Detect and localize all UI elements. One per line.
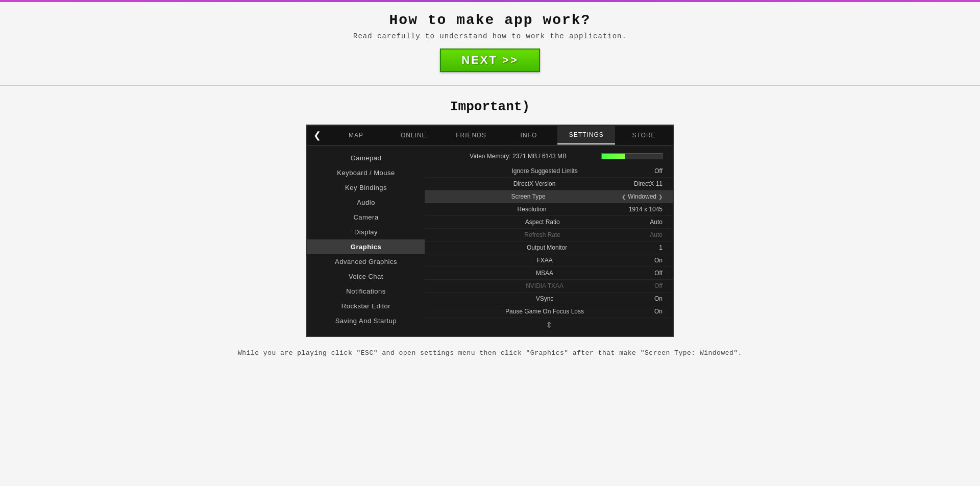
arrow-right-icon[interactable]: ❯ bbox=[658, 194, 663, 200]
vmem-label: Video Memory: 2371 MB / 6143 MB bbox=[435, 153, 601, 160]
sidebar-advanced-graphics[interactable]: Advanced Graphics bbox=[307, 254, 425, 269]
page-title: How to make app work? bbox=[0, 12, 980, 28]
nav-info[interactable]: INFO bbox=[500, 127, 557, 144]
nav-friends[interactable]: FRIENDS bbox=[443, 127, 500, 144]
content-section: Important) ❮ MAP ONLINE FRIENDS INFO SET… bbox=[0, 94, 980, 367]
settings-row-refresh-rate: Refresh Rate Auto bbox=[425, 229, 673, 241]
sidebar-rockstar-editor[interactable]: Rockstar Editor bbox=[307, 299, 425, 313]
settings-label-msaa: MSAA bbox=[435, 270, 654, 277]
settings-value-msaa: Off bbox=[654, 270, 663, 277]
nav-map[interactable]: MAP bbox=[327, 127, 385, 144]
sidebar-notifications[interactable]: Notifications bbox=[307, 284, 425, 299]
scroll-indicator: ⇕ bbox=[425, 318, 673, 332]
settings-value-ignore-limits: Off bbox=[654, 167, 663, 175]
nav-settings[interactable]: SETTINGS bbox=[557, 126, 615, 144]
game-content: Gamepad Keyboard / Mouse Key Bindings Au… bbox=[307, 145, 673, 336]
sidebar-graphics[interactable]: Graphics bbox=[307, 239, 425, 254]
settings-row-screen-type[interactable]: Screen Type ❮ Windowed ❯ bbox=[425, 190, 673, 203]
settings-value-aspect-ratio: Auto bbox=[650, 218, 663, 226]
vmem-bar-fill bbox=[602, 154, 625, 159]
game-sidebar: Gamepad Keyboard / Mouse Key Bindings Au… bbox=[307, 145, 425, 336]
settings-label-screen-type: Screen Type bbox=[435, 193, 622, 200]
settings-value-fxaa: On bbox=[654, 257, 663, 264]
settings-value-resolution: 1914 x 1045 bbox=[629, 206, 663, 213]
settings-row-aspect-ratio[interactable]: Aspect Ratio Auto bbox=[425, 216, 673, 229]
settings-row-fxaa[interactable]: FXAA On bbox=[425, 254, 673, 267]
settings-value-screen-type: ❮ Windowed ❯ bbox=[622, 193, 663, 200]
next-button[interactable]: NEXT >> bbox=[440, 48, 540, 72]
nav-store[interactable]: STORE bbox=[615, 127, 673, 144]
settings-value-directx: DirectX 11 bbox=[634, 180, 663, 187]
settings-label-nvidia-txaa: NVIDIA TXAA bbox=[435, 282, 654, 289]
settings-label-ignore-limits: Ignore Suggested Limits bbox=[435, 167, 654, 175]
settings-row-output-monitor[interactable]: Output Monitor 1 bbox=[425, 241, 673, 254]
settings-row-vsync[interactable]: VSync On bbox=[425, 293, 673, 305]
settings-value-output-monitor: 1 bbox=[659, 244, 663, 251]
nav-back-button[interactable]: ❮ bbox=[307, 126, 327, 145]
settings-label-resolution: Resolution bbox=[435, 206, 629, 213]
sidebar-keyboard-mouse[interactable]: Keyboard / Mouse bbox=[307, 165, 425, 180]
settings-row-directx[interactable]: DirectX Version DirectX 11 bbox=[425, 178, 673, 190]
settings-value-refresh-rate: Auto bbox=[650, 231, 663, 238]
settings-label-aspect-ratio: Aspect Ratio bbox=[435, 218, 650, 226]
settings-label-pause-game: Pause Game On Focus Loss bbox=[435, 308, 654, 315]
game-nav: ❮ MAP ONLINE FRIENDS INFO SETTINGS STORE bbox=[307, 126, 673, 145]
settings-row-resolution[interactable]: Resolution 1914 x 1045 bbox=[425, 203, 673, 216]
settings-label-vsync: VSync bbox=[435, 295, 654, 302]
sidebar-voice-chat[interactable]: Voice Chat bbox=[307, 269, 425, 284]
settings-value-pause-game: On bbox=[654, 308, 663, 315]
header-section: How to make app work? Read carefully to … bbox=[0, 2, 980, 77]
settings-row-msaa[interactable]: MSAA Off bbox=[425, 267, 673, 280]
sidebar-gamepad[interactable]: Gamepad bbox=[307, 151, 425, 165]
game-settings-panel: Video Memory: 2371 MB / 6143 MB Ignore S… bbox=[425, 145, 673, 336]
sidebar-audio[interactable]: Audio bbox=[307, 195, 425, 210]
nav-online[interactable]: ONLINE bbox=[385, 127, 443, 144]
settings-row-ignore-limits[interactable]: Ignore Suggested Limits Off bbox=[425, 165, 673, 178]
section-divider bbox=[0, 85, 980, 86]
important-title: Important) bbox=[0, 99, 980, 114]
sidebar-camera[interactable]: Camera bbox=[307, 210, 425, 225]
settings-label-output-monitor: Output Monitor bbox=[435, 244, 659, 251]
vmem-bar bbox=[601, 153, 663, 159]
game-screenshot: ❮ MAP ONLINE FRIENDS INFO SETTINGS STORE… bbox=[306, 125, 674, 337]
sidebar-saving-startup[interactable]: Saving And Startup bbox=[307, 313, 425, 328]
settings-label-fxaa: FXAA bbox=[435, 257, 654, 264]
sidebar-key-bindings[interactable]: Key Bindings bbox=[307, 180, 425, 195]
arrow-left-icon[interactable]: ❮ bbox=[622, 194, 626, 200]
vmem-row: Video Memory: 2371 MB / 6143 MB bbox=[425, 150, 673, 163]
settings-label-directx: DirectX Version bbox=[435, 180, 634, 187]
instruction-text: While you are playing click "ESC" and op… bbox=[0, 349, 980, 357]
settings-value-nvidia-txaa: Off bbox=[654, 282, 663, 289]
settings-row-nvidia-txaa: NVIDIA TXAA Off bbox=[425, 280, 673, 293]
screen-type-value: Windowed bbox=[628, 193, 656, 200]
page-subtitle: Read carefully to understand how to work… bbox=[0, 32, 980, 40]
settings-label-refresh-rate: Refresh Rate bbox=[435, 231, 650, 238]
sidebar-display[interactable]: Display bbox=[307, 225, 425, 239]
settings-value-vsync: On bbox=[654, 295, 663, 302]
settings-row-pause-game[interactable]: Pause Game On Focus Loss On bbox=[425, 305, 673, 318]
